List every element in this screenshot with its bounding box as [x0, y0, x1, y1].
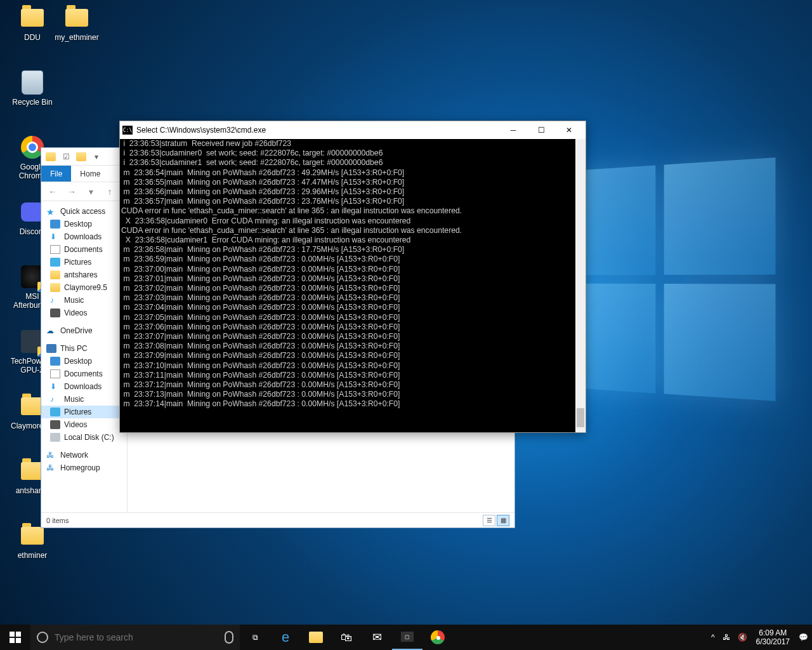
net-icon: 🖧: [46, 463, 56, 472]
taskbar-store-icon[interactable]: 🛍: [331, 625, 362, 650]
taskbar-cmd-icon[interactable]: ▢: [392, 625, 422, 650]
view-icons-button[interactable]: ▦: [497, 515, 509, 526]
tree-item-antshares[interactable]: antshares: [41, 269, 127, 281]
qat-new-folder-icon[interactable]: [74, 150, 88, 164]
desktop-icon-ddu[interactable]: DDU: [10, 5, 55, 42]
tree-item-pictures[interactable]: Pictures: [41, 406, 127, 418]
task-view-button[interactable]: ⧉: [240, 625, 270, 650]
tree-item-desktop[interactable]: Desktop: [41, 218, 127, 230]
tree-item-music[interactable]: ♪Music: [41, 294, 127, 307]
taskbar-explorer-icon[interactable]: [301, 625, 331, 650]
tray-date: 6/30/2017: [756, 637, 790, 646]
system-tray: ^ 🖧 🔇 6:09 AM 6/30/2017 💬: [707, 625, 812, 650]
cmd-text: i 23:36:53|stratum Received new job #26d…: [121, 139, 584, 409]
nav-up-icon[interactable]: ↑: [102, 184, 117, 199]
tree-item-claymore9-5[interactable]: Claymore9.5: [41, 281, 127, 294]
nav-recent-icon[interactable]: ▾: [83, 184, 98, 199]
tree-item-label: Homegroup: [60, 463, 100, 472]
desk-icon: [50, 220, 60, 229]
tree-item-label: Pictures: [64, 408, 91, 416]
tray-network-icon[interactable]: 🖧: [719, 625, 734, 650]
maximize-button[interactable]: ☐: [527, 121, 555, 139]
tree-item-label: antshares: [64, 270, 98, 279]
tree-item-label: Network: [60, 451, 88, 460]
tree-item-label: Music: [64, 395, 84, 404]
tree-item-label: Documents: [64, 245, 103, 254]
tree-item-pictures[interactable]: Pictures: [41, 256, 127, 269]
tree-item-label: This PC: [60, 344, 88, 353]
status-item-count: 0 items: [46, 517, 69, 524]
qat-customize-icon[interactable]: ▾: [89, 150, 103, 164]
view-details-button[interactable]: ☰: [483, 515, 495, 526]
search-input[interactable]: [55, 632, 225, 642]
nav-back-icon[interactable]: ←: [45, 184, 60, 199]
taskbar-search[interactable]: [30, 625, 240, 650]
tree-item-videos[interactable]: Videos: [41, 307, 127, 319]
dl-icon: ⬇: [50, 232, 60, 241]
tree-item-label: OneDrive: [60, 326, 93, 335]
tree-item-quick-access[interactable]: ★Quick access: [41, 205, 127, 218]
tree-item-label: Downloads: [64, 232, 102, 241]
doc-icon: [50, 245, 60, 254]
qat-properties-icon[interactable]: ☑: [59, 150, 73, 164]
tree-item-onedrive[interactable]: ☁OneDrive: [41, 324, 127, 337]
tree-item-downloads[interactable]: ⬇Downloads: [41, 380, 127, 393]
cmd-output[interactable]: i 23:36:53|stratum Received new job #26d…: [120, 139, 586, 432]
desktop-icon-my-ethminer[interactable]: my_ethminer: [55, 5, 99, 42]
cmd-title-text: Select C:\Windows\system32\cmd.exe: [136, 126, 266, 135]
tree-item-network[interactable]: 🖧Network: [41, 449, 127, 461]
tray-volume-icon[interactable]: 🔇: [734, 625, 751, 650]
video-icon: [50, 420, 60, 429]
desktop-icon-label: DDU: [10, 33, 55, 42]
mic-icon[interactable]: [225, 631, 233, 644]
cmd-scroll-thumb[interactable]: [577, 408, 584, 427]
disk-icon: [50, 433, 60, 442]
tray-overflow-icon[interactable]: ^: [707, 625, 719, 650]
taskbar-chrome-icon[interactable]: [422, 625, 453, 650]
cmd-titlebar[interactable]: C:\ Select C:\Windows\system32\cmd.exe ─…: [120, 121, 586, 139]
tab-home[interactable]: Home: [71, 166, 109, 182]
pc-icon: [46, 344, 56, 353]
action-center-icon[interactable]: 💬: [795, 625, 812, 650]
tree-item-downloads[interactable]: ⬇Downloads: [41, 230, 127, 243]
tree-item-desktop[interactable]: Desktop: [41, 355, 127, 368]
desktop-icon-label: Recycle Bin: [10, 98, 55, 107]
doc-icon: [50, 369, 60, 378]
desktop-icon-ethminer[interactable]: ethminer: [10, 523, 55, 560]
explorer-folder-icon: [44, 150, 58, 164]
tab-file[interactable]: File: [41, 166, 71, 182]
tree-item-label: Local Disk (C:): [64, 433, 114, 442]
nav-forward-icon[interactable]: →: [64, 184, 79, 199]
tree-item-documents[interactable]: Documents: [41, 243, 127, 256]
tree-item-label: Claymore9.5: [64, 283, 107, 292]
tree-item-documents[interactable]: Documents: [41, 368, 127, 380]
minimize-button[interactable]: ─: [499, 121, 527, 139]
tree-item-homegroup[interactable]: 🖧Homegroup: [41, 461, 127, 474]
cmd-window: C:\ Select C:\Windows\system32\cmd.exe ─…: [119, 121, 586, 433]
tree-item-label: Quick access: [60, 207, 105, 216]
music-icon: ♪: [50, 395, 60, 404]
dl-icon: ⬇: [50, 382, 60, 391]
tree-item-videos[interactable]: Videos: [41, 418, 127, 431]
desktop-icon-label: ethminer: [10, 551, 55, 560]
tree-item-music[interactable]: ♪Music: [41, 393, 127, 406]
folder-icon: [50, 270, 60, 279]
od-icon: ☁: [46, 326, 56, 335]
taskbar-mail-icon[interactable]: ✉: [362, 625, 392, 650]
desktop-icon-recycle-bin[interactable]: Recycle Bin: [10, 70, 55, 107]
tree-item-label: Videos: [64, 308, 87, 317]
start-button[interactable]: [0, 625, 30, 650]
close-button[interactable]: ✕: [555, 121, 583, 139]
tree-item-label: Videos: [64, 420, 87, 429]
cmd-scrollbar[interactable]: [575, 139, 586, 432]
tree-item-label: Desktop: [64, 357, 92, 366]
tree-item-this-pc[interactable]: This PC: [41, 342, 127, 355]
tree-item-local-disk-c-[interactable]: Local Disk (C:): [41, 431, 127, 444]
cmd-icon: C:\: [122, 126, 133, 135]
tree-item-label: Pictures: [64, 258, 91, 267]
explorer-nav-tree[interactable]: ★Quick accessDesktop⬇DownloadsDocumentsP…: [41, 201, 128, 512]
tray-clock[interactable]: 6:09 AM 6/30/2017: [751, 625, 795, 650]
tree-item-label: Desktop: [64, 220, 92, 229]
windows-icon: [10, 632, 21, 643]
taskbar-edge-icon[interactable]: e: [270, 625, 301, 650]
